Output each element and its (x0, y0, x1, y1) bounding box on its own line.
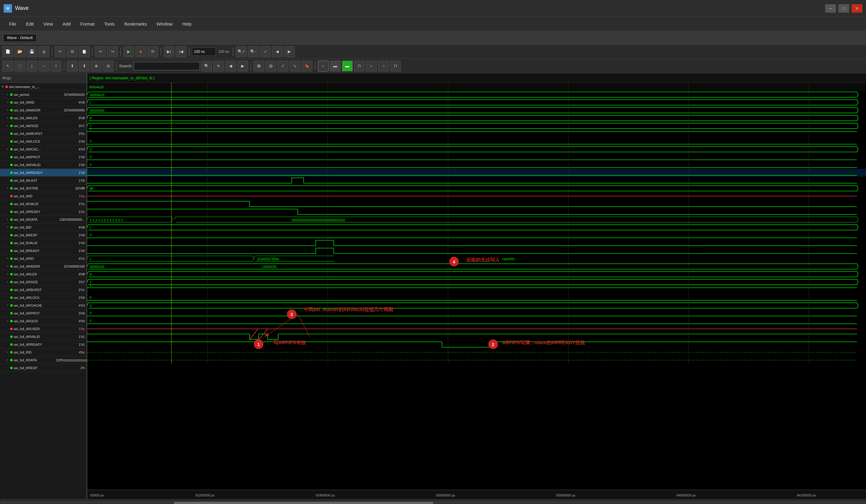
menu-file[interactable]: File (5, 20, 21, 27)
signal-row[interactable]: axi_full_BRESP2'h0 (0, 231, 87, 239)
tb-restart-btn[interactable]: ⟳ (147, 46, 158, 57)
tb-undo-btn[interactable]: ↩ (95, 46, 106, 57)
signal-row[interactable]: axi_full_AWBURST2'h1 (0, 130, 87, 138)
tb-open-btn[interactable]: 📂 (14, 46, 25, 57)
signal-row[interactable]: axi_full_AWVALID1'h0 (0, 161, 87, 169)
menu-tools[interactable]: Tools (100, 20, 119, 27)
signal-row[interactable]: +axi_full_AWSIZE3'h7 (0, 122, 87, 130)
tb-wave-shape-3[interactable]: ▬ (342, 61, 353, 71)
signal-row[interactable]: +axi_full_WDATA128'h00000000... (0, 216, 87, 224)
menu-help[interactable]: Help (178, 20, 196, 27)
tb-zoom2-out[interactable]: ⊖ (266, 61, 276, 71)
tb-wave-up-btn[interactable]: ⬆ (67, 61, 78, 71)
search-clear-btn[interactable]: ✕ (213, 61, 224, 71)
search-next-btn[interactable]: ▶ (237, 61, 248, 71)
tb-zoom-in[interactable]: 🔍+ (236, 46, 247, 57)
signal-row[interactable]: axi_full_RRESP2'h (0, 364, 87, 372)
tb-measure-btn[interactable]: ↔ (38, 61, 49, 71)
tb-prev-btn[interactable]: ◀ (272, 46, 282, 57)
group-expand-btn[interactable]: ▼ (1, 85, 5, 89)
tb-zoom-out[interactable]: 🔍- (248, 46, 258, 57)
signal-row[interactable]: axi_full_WREADY1'h1 (0, 208, 87, 216)
tb-print-btn[interactable]: 🖨 (38, 46, 49, 57)
close-button[interactable]: ✕ (852, 4, 863, 13)
signal-row[interactable]: axi_full_AWREADY1'h0 (0, 169, 87, 176)
minimize-button[interactable]: ─ (825, 4, 836, 13)
tb-marker-btn[interactable]: | (26, 61, 37, 71)
signal-row[interactable]: +axi_full_AWCAC...4'h3 (0, 145, 87, 153)
tb-delete-btn[interactable]: ⊖ (103, 61, 114, 71)
signal-row[interactable]: axi_full_ARVALID1'h1 (0, 333, 87, 341)
signal-row[interactable]: axi_full_BVALID1'h0 (0, 239, 87, 247)
tb-zoom2-fit[interactable]: ⤢ (278, 61, 288, 71)
signal-row[interactable]: axi_full_AWLOCK2'h0 (0, 138, 87, 145)
tb-step-back-btn[interactable]: |◀ (176, 46, 186, 57)
menu-window[interactable]: Window (153, 20, 177, 27)
signal-row[interactable]: +axi_full_BID4'h8 (0, 224, 87, 231)
signal-row[interactable]: axi_full_AWPROT1'h0 (0, 153, 87, 161)
menu-bookmarks[interactable]: Bookmarks (120, 20, 151, 27)
menu-edit[interactable]: Edit (22, 20, 38, 27)
search-prev-btn[interactable]: ◀ (225, 61, 236, 71)
search-input[interactable] (134, 62, 200, 70)
signal-row[interactable]: +axi_full_ARSIZE3'h7 (0, 278, 87, 286)
signal-row[interactable]: axi_full_BREADY1'h0 (0, 247, 87, 255)
signal-row[interactable]: +axi_full_ARID4'h1 (0, 255, 87, 263)
signal-row[interactable]: +axi_full_RDATA128'hzzzzzzzzzzzzzz... (0, 356, 87, 364)
tb-wave-shape-7[interactable]: ⊓ (390, 61, 401, 71)
tb-wave-shape-1[interactable]: ⌐ (318, 61, 329, 71)
time-input[interactable] (192, 47, 216, 56)
signal-row[interactable]: +axi_full_AWADDR32'h00000000 (0, 106, 87, 114)
tab-wave-default[interactable]: Wave - Default (3, 34, 37, 42)
tb-copy-btn[interactable]: ⧉ (67, 46, 78, 57)
tb-wave-shape-4[interactable]: ⊓ (354, 61, 365, 71)
tb-paste-btn[interactable]: 📋 (79, 46, 90, 57)
signal-row[interactable]: +axi_full_ARCACHE4'h3 (0, 301, 87, 309)
tb-cursor-btn[interactable]: ↖ (2, 61, 13, 71)
signal-row[interactable]: +axi_period32'h00004e20 (0, 91, 87, 99)
signal-row[interactable]: axi_full_WVALID1'h1 (0, 200, 87, 208)
tb-wave-dn-btn[interactable]: ⬇ (79, 61, 90, 71)
h-scrollbar[interactable] (1, 502, 865, 504)
signal-row[interactable]: axi_full_ARUSER1'hx (0, 325, 87, 333)
tb-zoom2-in[interactable]: ⊕ (254, 61, 264, 71)
tb-redo-btn[interactable]: ↪ (107, 46, 118, 57)
tb-wave-shape-2[interactable]: ▬ (330, 61, 341, 71)
signal-row[interactable]: axi_full_WID1'hx (0, 192, 87, 200)
tb-wave-shape-6[interactable]: ¬ (378, 61, 389, 71)
signal-row[interactable]: +axi_full_RID4'hz (0, 348, 87, 356)
tb-zoom2-full[interactable]: ⤡ (290, 61, 300, 71)
signal-row[interactable]: axi_full_WLAST1'h0 (0, 176, 87, 184)
tb-step-fwd-btn[interactable]: ▶| (164, 46, 175, 57)
signal-row[interactable]: axi_full_ARBURST2'h1 (0, 286, 87, 294)
tb-stop-btn[interactable]: ■ (135, 46, 146, 57)
maximize-button[interactable]: □ (839, 4, 849, 13)
search-submit-btn[interactable]: 🔍 (201, 61, 212, 71)
tb-wave-shape-5[interactable]: ⌐ (366, 61, 377, 71)
menu-add[interactable]: Add (58, 20, 75, 27)
signal-row[interactable]: axi_full_ARPROT3'h0 (0, 309, 87, 317)
wave-canvas[interactable]: 00004e20 00004e20 f 00000000 ff (87, 83, 866, 490)
tb-run-btn[interactable]: ▶ (123, 46, 134, 57)
signal-row[interactable]: +axi_full_ARQOS4'h0 (0, 317, 87, 325)
signal-row[interactable]: +axi_full_AWLEN8'hff (0, 114, 87, 122)
tb-bookmark-btn[interactable]: 🔖 (302, 61, 312, 71)
tb-new-btn[interactable]: 📄 (2, 46, 13, 57)
signal-row[interactable]: axi_full_ARREADY1'h1 (0, 341, 87, 348)
signal-row[interactable]: +axi_full_ARLEN8'hff (0, 270, 87, 278)
tb-select-btn[interactable]: ⬚ (14, 61, 25, 71)
signal-row[interactable]: +axi_full_WSTRB16'hffff (0, 184, 87, 192)
tb-cut-btn[interactable]: ✂ (55, 46, 66, 57)
bottom-scroll-bar[interactable] (0, 499, 866, 504)
signal-row[interactable]: ▼sim:/aximaster_to_... (0, 83, 87, 91)
signal-row[interactable]: axi_full_ARLOCK2'h0 (0, 294, 87, 301)
tb-save-btn[interactable]: 💾 (26, 46, 37, 57)
menu-view[interactable]: View (39, 20, 57, 27)
tb-insert-btn[interactable]: ⊕ (91, 61, 102, 71)
signal-row[interactable]: +axi_full_ARADDR32'h00000100 (0, 263, 87, 270)
tb-wave-btn[interactable]: ⌇ (51, 61, 61, 71)
menu-format[interactable]: Format (76, 20, 99, 27)
tb-zoom-fit[interactable]: ⤢ (260, 46, 271, 57)
signal-row[interactable]: +axi_full_AWID4'h8 (0, 99, 87, 106)
tb-next-btn[interactable]: ▶ (284, 46, 295, 57)
